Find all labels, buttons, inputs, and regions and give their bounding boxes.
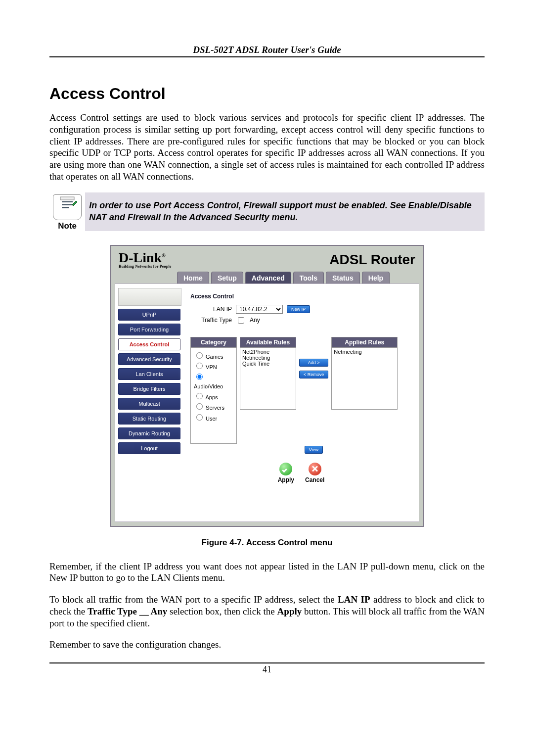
tab-tools[interactable]: Tools bbox=[293, 272, 324, 284]
block-paragraph: To block all traffic from the WAN port t… bbox=[49, 594, 485, 629]
cancel-button[interactable]: Cancel bbox=[305, 463, 324, 483]
sidebar-item-lan-clients[interactable]: Lan Clients bbox=[118, 368, 180, 380]
tab-advanced[interactable]: Advanced bbox=[245, 272, 291, 284]
category-servers[interactable]: Servers bbox=[194, 402, 233, 413]
list-item[interactable]: Net2Phone bbox=[242, 349, 294, 355]
category-games[interactable]: Games bbox=[194, 351, 233, 362]
list-item[interactable]: Netmeeting bbox=[242, 355, 294, 361]
note-text: In order to use Port Access Control, Fir… bbox=[85, 192, 485, 231]
sidebar-item-dynamic-routing[interactable]: Dynamic Routing bbox=[118, 427, 180, 439]
add-button[interactable]: Add > bbox=[299, 359, 328, 367]
figure-caption: Figure 4-7. Access Control menu bbox=[49, 538, 485, 548]
available-rules-list[interactable]: Net2PhoneNetmeetingQuick Time bbox=[240, 348, 296, 409]
sidebar-item-port-forwarding[interactable]: Port Forwarding bbox=[118, 324, 180, 335]
available-header: Available Rules bbox=[240, 337, 296, 348]
tab-help[interactable]: Help bbox=[362, 272, 390, 284]
device-title: ADSL Router bbox=[329, 252, 415, 268]
traffic-any-checkbox[interactable] bbox=[238, 317, 244, 324]
remember-paragraph-1: Remember, if the client IP address you w… bbox=[49, 561, 485, 584]
check-icon bbox=[279, 463, 292, 475]
sidebar-item-upnp[interactable]: UPnP bbox=[118, 309, 180, 321]
tab-setup[interactable]: Setup bbox=[211, 272, 243, 284]
remember-paragraph-2: Remember to save the configuration chang… bbox=[49, 639, 485, 651]
category-audio-video[interactable]: Audio/Video bbox=[194, 372, 233, 391]
remove-button[interactable]: < Remove bbox=[299, 371, 328, 378]
brand-logo: D-Link® Building Networks for People bbox=[119, 251, 172, 269]
sidebar-item-advanced-security[interactable]: Advanced Security bbox=[118, 353, 180, 365]
svg-rect-0 bbox=[60, 197, 74, 200]
close-icon bbox=[309, 463, 321, 475]
category-user[interactable]: User bbox=[194, 413, 233, 424]
traffic-any-label: Any bbox=[250, 317, 260, 324]
lan-ip-select[interactable]: 10.47.82.2 bbox=[236, 305, 283, 314]
apply-button[interactable]: Apply bbox=[278, 463, 294, 483]
note-callout: Note In order to use Port Access Control… bbox=[49, 192, 485, 231]
page-title: Access Control bbox=[49, 85, 485, 103]
sidebar-item-access-control[interactable]: Access Control bbox=[118, 338, 180, 350]
category-vpn[interactable]: VPN bbox=[194, 361, 233, 372]
sidebar-item-bridge-filters[interactable]: Bridge Filters bbox=[118, 383, 180, 395]
list-item[interactable]: Quick Time bbox=[242, 361, 294, 367]
panel-title: Access Control bbox=[190, 293, 412, 300]
note-label: Note bbox=[49, 221, 85, 231]
tab-status[interactable]: Status bbox=[326, 272, 360, 284]
category-apps[interactable]: Apps bbox=[194, 391, 233, 402]
list-item[interactable]: Netmeeting bbox=[334, 349, 395, 355]
applied-header: Applied Rules bbox=[332, 337, 397, 348]
traffic-type-label: Traffic Type bbox=[190, 317, 232, 324]
new-ip-button[interactable]: New IP bbox=[287, 305, 310, 313]
intro-paragraph: Access Control settings are used to bloc… bbox=[49, 112, 485, 183]
note-icon bbox=[53, 194, 82, 220]
sidebar-thumbnail bbox=[118, 288, 181, 306]
router-ui-screenshot: D-Link® Building Networks for People ADS… bbox=[110, 245, 424, 527]
sidebar-item-multicast[interactable]: Multicast bbox=[118, 398, 180, 410]
sidebar-item-static-routing[interactable]: Static Routing bbox=[118, 413, 180, 425]
page-header: DSL-502T ADSL Router User's Guide bbox=[49, 45, 485, 57]
sidebar-item-logout[interactable]: Logout bbox=[118, 442, 180, 454]
applied-rules-list[interactable]: Netmeeting bbox=[332, 348, 397, 409]
category-header: Category bbox=[191, 337, 236, 348]
view-button[interactable]: View bbox=[305, 446, 323, 454]
tab-home[interactable]: Home bbox=[177, 272, 209, 284]
lan-ip-label: LAN IP bbox=[190, 306, 232, 313]
page-footer: 41 bbox=[49, 662, 485, 675]
